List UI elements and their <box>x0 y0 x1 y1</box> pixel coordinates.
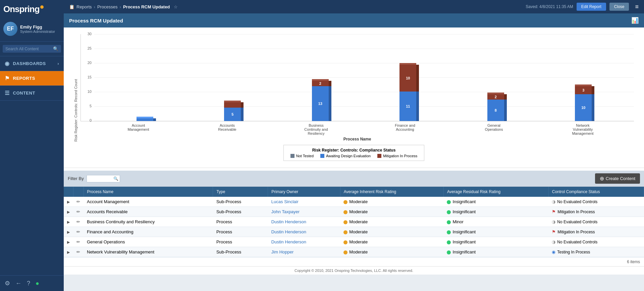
breadcrumb-current: Process RCM Updated <box>123 4 170 9</box>
col-avg-residual: Average Residual Risk Rating <box>443 187 548 197</box>
edit-icon[interactable]: ✏ <box>76 239 80 244</box>
owner-cell: Dustin Henderson <box>268 237 340 247</box>
residual-dot <box>447 250 451 254</box>
sidebar-item-reports[interactable]: ⚑ REPORTS <box>0 71 64 86</box>
owner-cell: Dustin Henderson <box>268 227 340 237</box>
owner-link[interactable]: Dustin Henderson <box>271 219 306 224</box>
legend-mitigation-label: Mitigation In Process <box>383 154 417 158</box>
bar-stack: 5 <box>224 102 241 121</box>
chart-container: Risk Register: Controls: Record Count 30… <box>64 27 644 168</box>
breadcrumb-sep-1: › <box>94 4 95 9</box>
col-expand <box>64 187 73 197</box>
residual-cell: Insignificant <box>443 227 548 237</box>
inherent-cell: Moderate <box>340 197 443 207</box>
table-row: ▶ ✏ Accounts Receivable Sub-Process John… <box>64 207 644 217</box>
status-icon: ● <box>36 280 39 287</box>
edit-icon[interactable]: ✏ <box>76 249 80 254</box>
search-input[interactable] <box>5 47 53 51</box>
logo-area: Onspring <box>0 0 64 18</box>
hamburger-icon[interactable]: ≡ <box>635 3 639 10</box>
settings-icon[interactable]: ⚙ <box>5 280 10 287</box>
expand-button[interactable]: ▶ <box>67 230 70 234</box>
inherent-cell: Moderate <box>340 207 443 217</box>
owner-link[interactable]: Jim Hopper <box>271 249 293 254</box>
process-name-cell: General Operations <box>84 237 213 247</box>
breadcrumb-reports[interactable]: Reports <box>76 4 92 9</box>
chart-wrapper: Risk Register: Controls: Record Count 30… <box>74 34 634 141</box>
bar-3d-right <box>153 118 156 121</box>
sidebar-item-content-label: CONTENT <box>13 91 35 96</box>
type-cell: Sub-Process <box>213 247 268 257</box>
sidebar-item-dashboards-label: DASHBOARDS <box>13 61 46 66</box>
owner-link[interactable]: John Taxpayer <box>271 209 300 214</box>
inherent-cell: Moderate <box>340 247 443 257</box>
expand-button[interactable]: ▶ <box>67 240 70 244</box>
bar-3d-top <box>399 63 416 65</box>
report-title: Process RCM Updated <box>69 18 123 23</box>
x-label-2: Accounts Receivable <box>214 123 241 135</box>
status-badge: ◑No Evaluated Controls <box>552 199 597 204</box>
table-footer: 6 items <box>64 257 644 266</box>
legend-mitigation: Mitigation In Process <box>377 154 417 158</box>
bottom-icons: ⚙ ← ? ● <box>0 275 64 291</box>
owner-link[interactable]: Lucas Sinclair <box>271 199 299 204</box>
process-name-cell: Network Vulnerability Management <box>84 247 213 257</box>
help-icon[interactable]: ? <box>27 280 30 287</box>
process-name-cell: Finance and Accounting <box>84 227 213 237</box>
type-cell: Process <box>213 237 268 247</box>
type-cell: Sub-Process <box>213 197 268 207</box>
bar-3d-right <box>504 94 507 100</box>
no-eval-icon: ◑ <box>552 219 555 224</box>
residual-dot <box>447 220 451 224</box>
owner-link[interactable]: Dustin Henderson <box>271 229 306 234</box>
report-panel: Process RCM Updated 📊 Risk Register: Con… <box>64 13 644 266</box>
reports-icon: ⚑ <box>5 75 10 81</box>
sidebar-item-content[interactable]: ☰ CONTENT <box>0 86 64 101</box>
inherent-dot <box>343 210 347 214</box>
content-icon: ☰ <box>5 90 10 96</box>
owner-link[interactable]: Dustin Henderson <box>271 239 306 244</box>
legend-mitigation-color <box>377 154 381 158</box>
edit-report-button[interactable]: Edit Report <box>577 3 606 11</box>
type-cell: Process <box>213 217 268 227</box>
residual-cell: Insignificant <box>443 247 548 257</box>
expand-button[interactable]: ▶ <box>67 210 70 214</box>
legend-items: Not Tested Awaiting Design Evaluation Mi… <box>290 154 418 158</box>
back-icon[interactable]: ← <box>15 280 21 287</box>
status-badge: ⚑Mitigation In Process <box>552 229 595 234</box>
inherent-cell: Moderate <box>340 227 443 237</box>
bar-awaiting: 13 <box>312 86 329 121</box>
edit-icon[interactable]: ✏ <box>76 199 80 204</box>
filter-search-icon: 🔍 <box>113 176 118 181</box>
expand-button[interactable]: ▶ <box>67 200 70 204</box>
edit-icon[interactable]: ✏ <box>76 229 80 234</box>
mitigation-icon: ⚑ <box>552 209 556 214</box>
table-body: ▶ ✏ Account Management Sub-Process Lucas… <box>64 197 644 257</box>
residual-dot <box>447 230 451 234</box>
expand-cell: ▶ <box>64 217 73 227</box>
chevron-right-icon: › <box>58 61 59 66</box>
bar-mitigation: 2 <box>312 81 329 86</box>
breadcrumb-processes[interactable]: Processes <box>97 4 118 9</box>
y-axis-label: Risk Register: Controls: Record Count <box>74 79 78 141</box>
edit-icon[interactable]: ✏ <box>76 219 80 224</box>
sidebar: Onspring EF Emily Figg System Administra… <box>0 0 64 291</box>
app-logo[interactable]: Onspring <box>3 4 44 14</box>
sidebar-item-dashboards[interactable]: ◉ DASHBOARDS › <box>0 56 64 71</box>
star-icon[interactable]: ☆ <box>174 4 178 9</box>
header: 📋 Reports › Processes › Process RCM Upda… <box>64 0 644 13</box>
expand-button[interactable]: ▶ <box>67 220 70 224</box>
owner-cell: Lucas Sinclair <box>268 197 340 207</box>
expand-cell: ▶ <box>64 227 73 237</box>
create-content-label: Create Content <box>606 176 635 181</box>
create-content-button[interactable]: ⊕ Create Content <box>595 173 640 184</box>
bar-accounts-receivable: 5 <box>224 102 241 121</box>
col-primary-owner: Primary Owner <box>268 187 340 197</box>
expand-button[interactable]: ▶ <box>67 250 70 254</box>
bar-3d-top <box>312 79 329 81</box>
edit-icon[interactable]: ✏ <box>76 209 80 214</box>
legend-not-tested-color <box>290 154 294 158</box>
saved-text: Saved: 4/8/2021 11:35 AM <box>526 4 573 9</box>
edit-cell: ✏ <box>73 207 84 217</box>
close-button[interactable]: Close <box>609 3 629 11</box>
